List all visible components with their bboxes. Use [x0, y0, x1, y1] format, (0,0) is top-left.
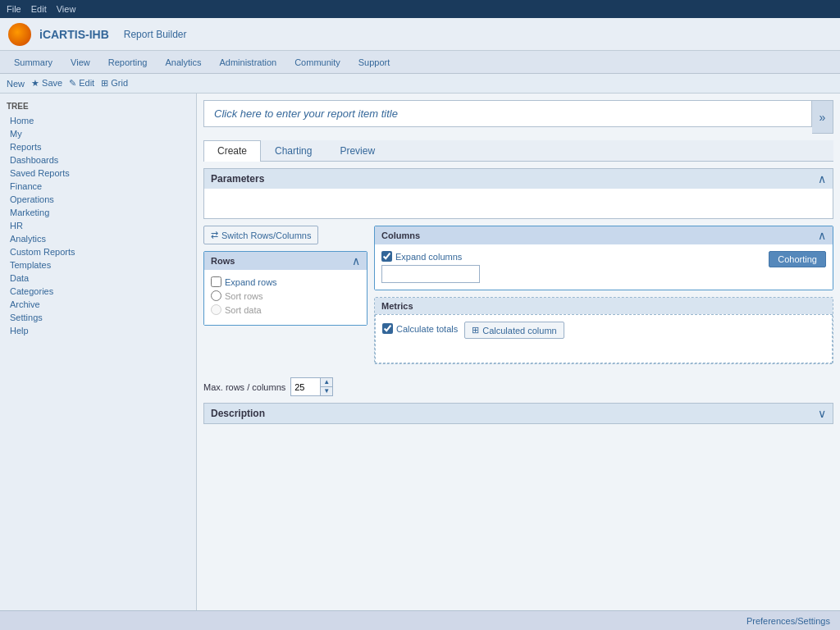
cohorting-button[interactable]: Cohorting — [769, 251, 826, 267]
max-rows-label: Max. rows / columns — [203, 382, 285, 392]
columns-left: Expand columns — [381, 251, 480, 283]
switch-button-wrap: ⇄ Switch Rows/Columns — [203, 226, 368, 244]
max-rows-input-wrap: 25 ▲ ▼ — [290, 377, 333, 396]
nav-reporting[interactable]: Reporting — [101, 55, 155, 70]
report-title-input[interactable]: Click here to enter your report item tit… — [203, 100, 812, 127]
spin-down-button[interactable]: ▼ — [320, 387, 332, 395]
parameters-header: Parameters ∧ — [204, 169, 833, 189]
parameters-collapse-btn[interactable]: ∧ — [818, 173, 826, 185]
metrics-section: Metrics Calculate totals ⊞ Calculated co… — [374, 297, 833, 364]
topbar-edit[interactable]: Edit — [31, 4, 47, 14]
sidebar-item-settings[interactable]: Settings — [3, 311, 193, 324]
max-rows-input[interactable]: 25 — [291, 381, 320, 394]
nav-support[interactable]: Support — [351, 55, 398, 70]
main-layout: TREE Home My Reports Dashboards Saved Re… — [0, 94, 840, 610]
switch-icon: ⇄ — [211, 230, 218, 240]
sidebar-item-custom[interactable]: Custom Reports — [3, 245, 193, 258]
tab-preview[interactable]: Preview — [326, 140, 389, 161]
expand-columns-label[interactable]: Expand columns — [395, 252, 462, 262]
top-bar: File Edit View — [0, 0, 840, 18]
sidebar-item-finance[interactable]: Finance — [3, 180, 193, 193]
sidebar-item-templates[interactable]: Templates — [3, 258, 193, 272]
sidebar: TREE Home My Reports Dashboards Saved Re… — [0, 94, 197, 610]
expand-rows-row: Expand rows — [211, 276, 360, 287]
sort-data-row: Sort data — [211, 304, 360, 315]
rows-collapse-btn[interactable]: ∧ — [352, 255, 360, 267]
sidebar-item-analytics[interactable]: Analytics — [3, 232, 193, 245]
expand-columns-row: Expand columns — [381, 251, 480, 262]
sort-data-radio[interactable] — [211, 304, 221, 315]
logo — [8, 23, 31, 46]
collapse-panel-button[interactable]: » — [812, 100, 833, 134]
sidebar-item-reports[interactable]: Reports — [3, 140, 193, 153]
sidebar-item-home[interactable]: Home — [3, 114, 193, 127]
sidebar-item-operations[interactable]: Operations — [3, 193, 193, 206]
subnav-edit[interactable]: ✎ Edit — [69, 78, 94, 89]
calculate-totals-row: Calculate totals — [382, 323, 458, 334]
sidebar-item-my[interactable]: My — [3, 127, 193, 140]
parameters-panel: Parameters ∧ — [203, 168, 833, 219]
sidebar-group: Home My Reports Dashboards Saved Reports… — [3, 114, 193, 337]
rows-header: Rows ∧ — [204, 252, 367, 270]
tab-charting[interactable]: Charting — [261, 140, 326, 161]
content-area: Click here to enter your report item tit… — [197, 94, 840, 610]
description-toggle-btn[interactable]: ∨ — [818, 408, 826, 419]
sidebar-item-marketing[interactable]: Marketing — [3, 206, 193, 219]
subnav-new[interactable]: New — [7, 79, 25, 89]
tab-create[interactable]: Create — [203, 140, 261, 162]
subnav-grid[interactable]: ⊞ Grid — [101, 78, 128, 89]
left-section: ⇄ Switch Rows/Columns Rows ∧ Expand rows — [203, 226, 368, 371]
nav-summary[interactable]: Summary — [7, 55, 60, 70]
preferences-settings-link[interactable]: Preferences/Settings — [746, 616, 830, 626]
columns-text-input[interactable] — [381, 265, 480, 283]
rows-body: Expand rows Sort rows Sort data — [204, 270, 367, 325]
columns-label: Columns — [381, 231, 420, 240]
sort-rows-label[interactable]: Sort rows — [225, 291, 262, 301]
sidebar-item-categories[interactable]: Categories — [3, 285, 193, 298]
columns-right: Cohorting — [769, 251, 826, 267]
sort-rows-radio[interactable] — [211, 290, 221, 301]
columns-collapse-btn[interactable]: ∧ — [818, 230, 826, 241]
columns-section: Columns ∧ Expand columns — [374, 226, 833, 290]
expand-rows-label[interactable]: Expand rows — [225, 277, 277, 287]
columns-body: Expand columns Cohorting — [375, 244, 833, 290]
header: iCARTIS-IHB Report Builder — [0, 18, 840, 51]
metrics-label: Metrics — [381, 301, 413, 311]
spin-up-button[interactable]: ▲ — [320, 378, 332, 387]
expand-rows-checkbox[interactable] — [211, 276, 221, 287]
calc-col-icon: ⊞ — [472, 325, 479, 336]
calculate-totals-checkbox[interactable] — [382, 323, 393, 334]
sidebar-item-archive[interactable]: Archive — [3, 298, 193, 311]
sidebar-title: TREE — [3, 100, 193, 112]
sidebar-item-dashboards[interactable]: Dashboards — [3, 153, 193, 167]
rows-section: Rows ∧ Expand rows Sort rows — [203, 251, 368, 326]
sort-data-label: Sort data — [225, 305, 262, 315]
sidebar-item-saved[interactable]: Saved Reports — [3, 167, 193, 180]
parameters-label: Parameters — [211, 173, 264, 185]
switch-label: Switch Rows/Columns — [221, 231, 311, 240]
switch-rows-columns-button[interactable]: ⇄ Switch Rows/Columns — [203, 226, 318, 244]
nav-view[interactable]: View — [63, 55, 98, 70]
description-panel: Description ∨ — [203, 403, 833, 424]
right-section: Columns ∧ Expand columns — [374, 226, 833, 371]
nav-analytics[interactable]: Analytics — [158, 55, 208, 70]
calculate-totals-label[interactable]: Calculate totals — [396, 324, 458, 334]
parameters-body — [204, 189, 833, 218]
nav-administration[interactable]: Administration — [212, 55, 284, 70]
bottom-bar[interactable]: Preferences/Settings — [0, 610, 840, 630]
topbar-view[interactable]: View — [57, 4, 76, 14]
calculated-column-button[interactable]: ⊞ Calculated column — [464, 322, 564, 339]
calc-col-label: Calculated column — [482, 326, 557, 336]
spin-buttons: ▲ ▼ — [320, 378, 332, 395]
tab-bar: Create Charting Preview — [203, 140, 833, 162]
sidebar-item-help[interactable]: Help — [3, 324, 193, 337]
header-title: iCARTIS-IHB — [39, 28, 109, 41]
sidebar-item-hr[interactable]: HR — [3, 219, 193, 232]
topbar-file[interactable]: File — [7, 4, 21, 14]
nav-community[interactable]: Community — [287, 55, 348, 70]
subnav-save[interactable]: ★ Save — [31, 78, 62, 89]
sub-nav: New ★ Save ✎ Edit ⊞ Grid — [0, 74, 840, 94]
description-header: Description ∨ — [204, 404, 833, 423]
sidebar-item-data[interactable]: Data — [3, 272, 193, 285]
expand-columns-checkbox[interactable] — [381, 251, 392, 262]
